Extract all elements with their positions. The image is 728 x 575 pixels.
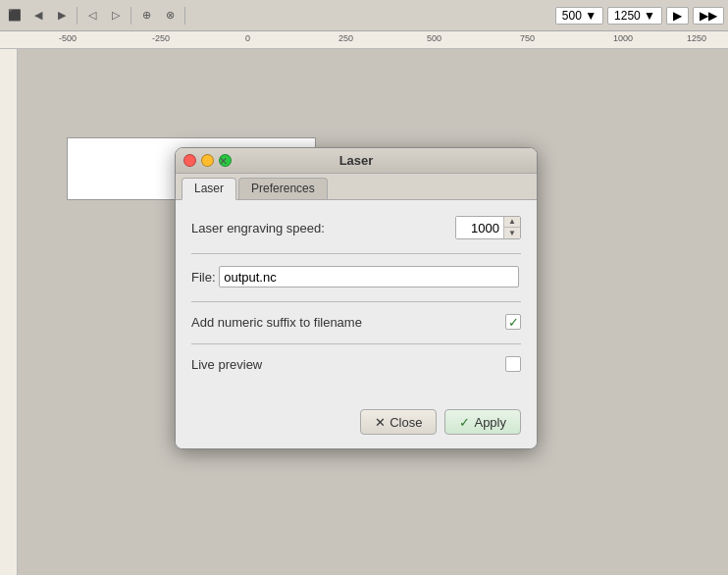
spinner-up-button[interactable]: ▲ xyxy=(504,217,520,228)
add-suffix-checkbox[interactable]: ✓ xyxy=(505,314,521,330)
ruler-vertical xyxy=(0,49,18,575)
window-minimize-button[interactable] xyxy=(201,154,214,167)
ruler-horizontal: -500 -250 0 250 500 750 1000 1250 xyxy=(0,31,728,49)
apply-button[interactable]: ✓ Apply xyxy=(444,409,521,435)
tab-preferences[interactable]: Preferences xyxy=(238,178,328,199)
nav-right-1[interactable]: ▶ xyxy=(666,7,689,25)
live-preview-row: Live preview ✓ xyxy=(191,356,521,372)
dialog-footer: ✕ Close ✓ Apply xyxy=(176,401,537,448)
coord-display: 1250 ▼ xyxy=(607,7,662,25)
spinner-down-button[interactable]: ▼ xyxy=(504,228,520,238)
toolbar-icon-4[interactable]: ◁ xyxy=(81,5,103,26)
separator-2 xyxy=(191,301,521,302)
engraving-speed-input[interactable] xyxy=(456,217,503,238)
file-row: File: xyxy=(191,266,521,288)
live-preview-label: Live preview xyxy=(191,357,505,372)
close-label: Close xyxy=(390,415,422,430)
ruler-label-750: 750 xyxy=(520,33,535,43)
toolbar-icon-2[interactable]: ◀ xyxy=(27,5,49,26)
ruler-label-500neg: -500 xyxy=(59,33,77,43)
file-input[interactable] xyxy=(219,266,519,288)
close-button[interactable]: ✕ Close xyxy=(360,409,437,435)
toolbar-sep-3 xyxy=(184,7,185,25)
ruler-label-250: 250 xyxy=(338,33,353,43)
toolbar-sep-2 xyxy=(130,7,131,25)
add-suffix-label: Add numeric suffix to filename xyxy=(191,315,505,330)
dialog-title: Laser xyxy=(339,153,374,168)
nav-right-2[interactable]: ▶▶ xyxy=(693,7,724,25)
separator-3 xyxy=(191,343,521,344)
apply-label: Apply xyxy=(474,415,506,430)
tab-laser[interactable]: Laser xyxy=(182,178,236,200)
spinner-buttons: ▲ ▼ xyxy=(503,217,520,238)
zoom-display[interactable]: 500 ▼ xyxy=(555,7,603,25)
apply-icon: ✓ xyxy=(459,415,470,430)
dialog-title-bar: ✕ Laser xyxy=(176,148,537,174)
toolbar-icon-5[interactable]: ▷ xyxy=(105,5,127,26)
laser-dialog: ✕ Laser Laser Preferences Laser engravin… xyxy=(175,147,538,449)
add-suffix-row: Add numeric suffix to filename ✓ xyxy=(191,314,521,330)
ruler-label-0: 0 xyxy=(245,33,250,43)
window-close-button[interactable] xyxy=(183,154,196,167)
close-icon: ✕ xyxy=(375,415,386,430)
live-preview-checkbox[interactable]: ✓ xyxy=(505,356,521,372)
toolbar-icon-1[interactable]: ⬛ xyxy=(4,5,26,26)
file-label: File: xyxy=(191,270,216,285)
engraving-speed-spinner[interactable]: ▲ ▼ xyxy=(455,216,521,239)
engraving-speed-row: Laser engraving speed: ▲ ▼ xyxy=(191,216,521,239)
ruler-label-1000: 1000 xyxy=(613,33,633,43)
toolbar-icon-7[interactable]: ⊗ xyxy=(159,5,181,26)
close-x-icon: ✕ xyxy=(219,154,228,167)
engraving-speed-label: Laser engraving speed: xyxy=(191,221,325,235)
separator-1 xyxy=(191,253,521,254)
tabs-bar: Laser Preferences xyxy=(176,174,537,200)
toolbar: ⬛ ◀ ▶ ◁ ▷ ⊕ ⊗ 500 ▼ 1250 ▼ ▶ ▶▶ xyxy=(0,0,728,31)
toolbar-icon-3[interactable]: ▶ xyxy=(51,5,73,26)
dialog-content: Laser engraving speed: ▲ ▼ File: Add num… xyxy=(176,200,537,401)
ruler-label-250neg: -250 xyxy=(152,33,170,43)
toolbar-icon-6[interactable]: ⊕ xyxy=(135,5,157,26)
toolbar-sep-1 xyxy=(77,7,78,25)
ruler-label-1250: 1250 xyxy=(687,33,706,43)
ruler-label-500: 500 xyxy=(427,33,442,43)
